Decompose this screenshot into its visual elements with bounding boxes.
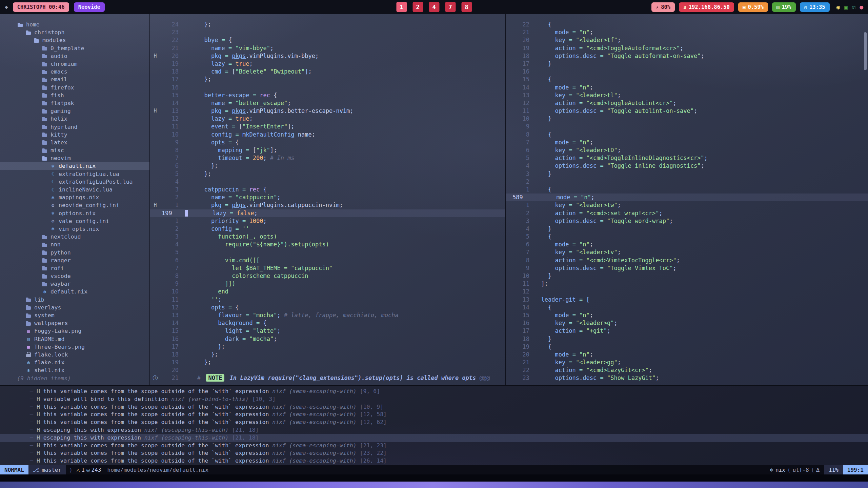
code-line[interactable]: H1 pkg = pkgs.vimPlugins.catppuccin-nvim… bbox=[150, 201, 505, 209]
diagnostic-row[interactable]: ─ H this variable comes from the scope o… bbox=[0, 457, 868, 465]
code-line[interactable]: 11 event = ["InsertEnter"]; bbox=[150, 123, 505, 130]
code-line[interactable]: 19 action = "<cmd>ToggleAutoformat<cr>"; bbox=[506, 44, 868, 52]
tree-item-vscode[interactable]: vscode bbox=[0, 272, 149, 280]
tree-item-fish[interactable]: fish bbox=[0, 92, 149, 99]
code-line[interactable]: 22 bbye = { bbox=[150, 36, 505, 44]
code-line[interactable]: 2 action = "<cmd>:set wrap!<cr>"; bbox=[506, 209, 868, 217]
tree-item-christoph[interactable]: christoph bbox=[0, 28, 149, 36]
tree-item-readme-md[interactable]: ▤README.md bbox=[0, 335, 149, 343]
notification-icon[interactable]: ◉ bbox=[836, 3, 840, 11]
code-line[interactable]: 5 bbox=[150, 248, 505, 256]
code-line[interactable]: 2 config = '' bbox=[150, 225, 505, 233]
code-line[interactable]: 14 background = { bbox=[150, 319, 505, 327]
code-line[interactable]: 19 }; bbox=[150, 359, 505, 366]
diagnostic-row[interactable]: ─ H this variable comes from the scope o… bbox=[0, 442, 868, 450]
app-green-icon[interactable]: ▣ bbox=[844, 3, 848, 11]
code-line[interactable]: 4 options.desc = "Toggle inline diagnost… bbox=[506, 162, 868, 170]
code-line[interactable]: 24 }; bbox=[150, 21, 505, 28]
code-line[interactable]: 6 vim.cmd([[ bbox=[150, 257, 505, 264]
code-line[interactable]: 7 let $BAT_THEME = "catppuccin" bbox=[150, 264, 505, 272]
code-line[interactable]: 16 key = "<leader>g"; bbox=[506, 319, 868, 327]
tree-item-inclinenavic-lua[interactable]: ☾inclineNavic.lua bbox=[0, 186, 149, 194]
diagnostics-panel[interactable]: ─ H this variable comes from the scope o… bbox=[0, 385, 868, 465]
code-line[interactable]: 19 lazy = true; bbox=[150, 60, 505, 68]
code-line[interactable]: 7 timeout = 200; # In ms bbox=[150, 154, 505, 162]
code-line[interactable]: 8 { bbox=[506, 131, 868, 139]
code-line[interactable]: 11 ]; bbox=[506, 280, 868, 288]
code-line[interactable]: 3 } bbox=[506, 170, 868, 178]
tree-item-three-bears-png[interactable]: ▦Three-Bears.png bbox=[0, 343, 149, 351]
code-line[interactable]: 5 { bbox=[506, 233, 868, 241]
tree-item-mappings-nix[interactable]: ❄mappings.nix bbox=[0, 194, 149, 201]
tree-item--9-hidden-items-[interactable]: (9 hidden items) bbox=[0, 374, 149, 382]
tree-item-nextcloud[interactable]: nextcloud bbox=[0, 233, 149, 241]
tree-item-home[interactable]: home bbox=[0, 21, 149, 28]
code-line[interactable]: 8 mapping = ["jk"]; bbox=[150, 146, 505, 154]
code-line[interactable]: 10 } bbox=[506, 272, 868, 280]
code-line[interactable]: 15 { bbox=[506, 76, 868, 83]
code-line[interactable]: 589 mode = "n"; bbox=[506, 194, 868, 201]
code-line[interactable]: 199 lazy = false; bbox=[150, 209, 505, 217]
code-line[interactable]: 1 { bbox=[506, 186, 868, 194]
code-line[interactable]: 14 { bbox=[506, 304, 868, 311]
code-line[interactable]: 15 better-escape = rec { bbox=[150, 92, 505, 99]
tree-item-neovim[interactable]: neovim bbox=[0, 154, 149, 162]
code-line[interactable]: 18 cmd = ["Bdelete" "Bwipeout"]; bbox=[150, 68, 505, 76]
tree-item-default-nix[interactable]: ❄default.nix bbox=[0, 162, 149, 170]
code-line[interactable]: 8 colorscheme catppuccin bbox=[150, 272, 505, 280]
code-line[interactable]: 3 catppuccin = rec { bbox=[150, 186, 505, 194]
code-line[interactable]: 10 } bbox=[506, 115, 868, 123]
code-line[interactable]: 8 action = "<cmd>VimtexTocToggle<cr>"; bbox=[506, 257, 868, 264]
diagnostic-row[interactable]: ─ H this variable comes from the scope o… bbox=[0, 411, 868, 419]
command-line[interactable] bbox=[0, 474, 868, 482]
code-line[interactable]: 12 opts = { bbox=[150, 304, 505, 311]
tree-item-default-nix[interactable]: ❄default.nix bbox=[0, 288, 149, 296]
code-line[interactable]: 11 ''; bbox=[150, 296, 505, 304]
tree-item-email[interactable]: email bbox=[0, 76, 149, 83]
tree-item-overlays[interactable]: overlays bbox=[0, 304, 149, 311]
code-line[interactable]: 21 name = "vim-bbye"; bbox=[150, 44, 505, 52]
code-line[interactable]: 4 } bbox=[506, 225, 868, 233]
tree-item-python[interactable]: python bbox=[0, 248, 149, 256]
tree-item-latex[interactable]: latex bbox=[0, 139, 149, 146]
code-line[interactable]: 18 options.desc = "Toggle autoformat-on-… bbox=[506, 52, 868, 60]
diagnostic-row[interactable]: ─ H escaping this with expression nixf (… bbox=[0, 434, 868, 442]
code-line[interactable]: 4 bbox=[150, 178, 505, 186]
code-line[interactable]: 12 action = "<cmd>ToggleAutoLint<cr>"; bbox=[506, 99, 868, 107]
code-line[interactable]: 17 } bbox=[506, 60, 868, 68]
tree-item-waybar[interactable]: waybar bbox=[0, 280, 149, 288]
code-line[interactable]: 23 bbox=[150, 28, 505, 36]
code-line[interactable]: 14 name = "better_escape"; bbox=[150, 99, 505, 107]
record-icon[interactable]: ● bbox=[860, 3, 863, 11]
tree-item-shell-nix[interactable]: ❄shell.nix bbox=[0, 366, 149, 374]
code-line[interactable]: 16 bbox=[150, 84, 505, 92]
code-line[interactable]: 9 bbox=[506, 123, 868, 130]
code-line[interactable]: 5 action = "<cmd>ToggleInlineDiagnostics… bbox=[506, 154, 868, 162]
code-line[interactable]: 18 }; bbox=[150, 351, 505, 359]
diagnostic-row[interactable]: ─ H escaping this with expression nixf (… bbox=[0, 426, 868, 434]
code-line[interactable]: H13 pkg = pkgs.vimPlugins.better-escape-… bbox=[150, 107, 505, 115]
code-line[interactable]: 7 key = "<leader>tv"; bbox=[506, 248, 868, 256]
code-line[interactable]: 6 key = "<leader>tD"; bbox=[506, 146, 868, 154]
tree-item-neovide-config-ini[interactable]: ⚙neovide_config.ini bbox=[0, 201, 149, 209]
code-line[interactable]: 16 dark = "mocha"; bbox=[150, 335, 505, 343]
diagnostic-row[interactable]: ─ H this variable comes from the scope o… bbox=[0, 388, 868, 395]
tree-item-vim-opts-nix[interactable]: ❄vim_opts.nix bbox=[0, 225, 149, 233]
code-line[interactable]: 6 }; bbox=[150, 162, 505, 170]
code-line[interactable]: 11 options.desc = "Toggle autolint-on-sa… bbox=[506, 107, 868, 115]
code-line[interactable]: 13 leader-git = [ bbox=[506, 296, 868, 304]
tree-item-ranger[interactable]: ranger bbox=[0, 257, 149, 264]
code-line[interactable]: 10 end bbox=[150, 288, 505, 296]
file-tree[interactable]: homechristophmodules0_templateaudiochrom… bbox=[0, 14, 149, 385]
tree-item-audio[interactable]: audio bbox=[0, 52, 149, 60]
code-line[interactable]: H20 pkg = pkgs.vimPlugins.vim-bbye; bbox=[150, 52, 505, 60]
tree-item-foggy-lake-png[interactable]: ▦Foggy-Lake.png bbox=[0, 327, 149, 335]
tree-item-kitty[interactable]: kitty bbox=[0, 131, 149, 139]
tree-item-extraconfiglua-lua[interactable]: ☾extraConfigLua.lua bbox=[0, 170, 149, 178]
tree-item-lib[interactable]: lib bbox=[0, 296, 149, 304]
code-line[interactable]: 21 key = "<leader>gg"; bbox=[506, 359, 868, 366]
workspace-button-2[interactable]: 2 bbox=[412, 2, 423, 12]
code-line[interactable]: 16 bbox=[506, 68, 868, 76]
tree-item-options-nix[interactable]: ❄options.nix bbox=[0, 209, 149, 217]
tree-item-modules[interactable]: modules bbox=[0, 36, 149, 44]
